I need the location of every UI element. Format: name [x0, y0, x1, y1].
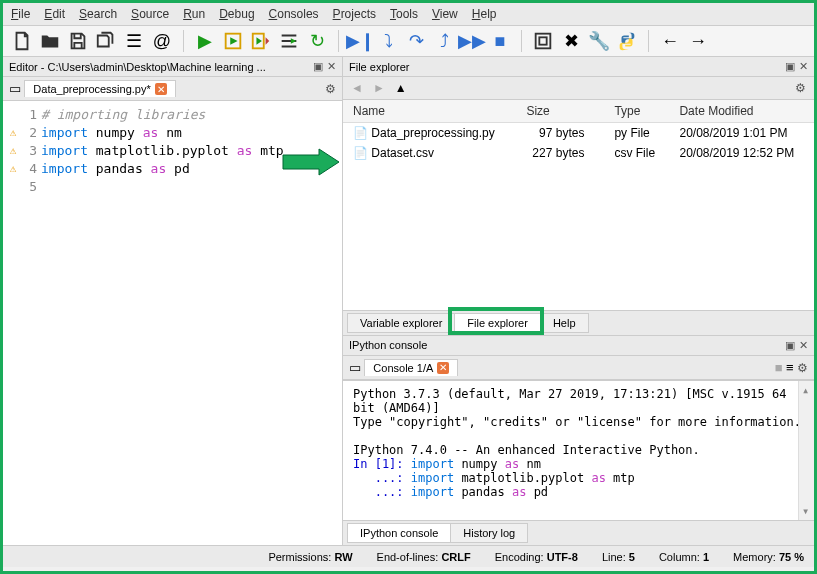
menu-search[interactable]: Search — [79, 7, 117, 21]
tools-icon[interactable]: ✖ — [560, 30, 582, 52]
browse-tabs-icon[interactable]: ▭ — [349, 360, 361, 375]
arrow-annotation — [281, 147, 341, 180]
menu-file[interactable]: File — [11, 7, 30, 21]
maximize-icon[interactable] — [532, 30, 554, 52]
table-row[interactable]: 📄 Data_preprocessing.py97 bytespy File20… — [343, 123, 814, 144]
editor-options-icon[interactable]: ⚙ — [325, 82, 336, 96]
console-tab[interactable]: Console 1/A ✕ — [364, 359, 458, 376]
menu-projects[interactable]: Projects — [333, 7, 376, 21]
file-table: NameSizeTypeDate Modified 📄 Data_preproc… — [343, 100, 814, 310]
file-options-icon[interactable]: ⚙ — [795, 81, 806, 95]
run-selection-icon[interactable] — [278, 30, 300, 52]
close-tab-icon[interactable]: ✕ — [155, 83, 167, 95]
perm-value: RW — [334, 551, 352, 563]
tab-file-explorer[interactable]: File explorer — [454, 313, 541, 333]
undock-icon[interactable]: ▣ — [785, 339, 795, 352]
svg-rect-2 — [536, 34, 551, 49]
editor-tab[interactable]: Data_preprocessing.py* ✕ — [24, 80, 175, 97]
close-pane-icon[interactable]: ✕ — [799, 339, 808, 352]
col-date-modified[interactable]: Date Modified — [669, 100, 814, 123]
step-over-icon[interactable]: ↷ — [405, 30, 427, 52]
col-name[interactable]: Name — [343, 100, 516, 123]
nav-up-icon[interactable]: ▲ — [395, 81, 407, 95]
main-toolbar: ☰ @ ▶ ↻ ▶❙ ⤵ ↷ ⤴ ▶▶ ■ ✖ 🔧 ← → — [3, 26, 814, 57]
file-explorer-tabs: Variable explorerFile explorerHelp — [343, 310, 814, 335]
file-explorer-title: File explorer — [349, 61, 410, 73]
save-all-icon[interactable] — [95, 30, 117, 52]
line-label: Line: — [602, 551, 626, 563]
scrollbar[interactable]: ▴ ▾ — [798, 381, 814, 521]
at-icon[interactable]: @ — [151, 30, 173, 52]
col-value: 1 — [703, 551, 709, 563]
col-type[interactable]: Type — [604, 100, 669, 123]
console-tab-label: Console 1/A — [373, 362, 433, 374]
editor-tab-label: Data_preprocessing.py* — [33, 83, 150, 95]
debug-continue-icon[interactable]: ▶❙ — [349, 30, 371, 52]
undock-icon[interactable]: ▣ — [785, 60, 795, 73]
perm-label: Permissions: — [268, 551, 331, 563]
close-pane-icon[interactable]: ✕ — [799, 60, 808, 73]
console-tabs: IPython consoleHistory log — [343, 520, 814, 545]
menu-tools[interactable]: Tools — [390, 7, 418, 21]
run-icon[interactable]: ▶ — [194, 30, 216, 52]
tab-ipython-console[interactable]: IPython console — [347, 523, 451, 543]
back-icon[interactable]: ← — [659, 30, 681, 52]
svg-rect-3 — [539, 37, 546, 44]
mem-label: Memory: — [733, 551, 776, 563]
browse-tabs-icon[interactable]: ▭ — [9, 81, 21, 96]
line-value: 5 — [629, 551, 635, 563]
stop-kernel-icon[interactable]: ■ — [775, 360, 783, 375]
tab-history-log[interactable]: History log — [450, 523, 528, 543]
nav-fwd-icon[interactable]: ► — [373, 81, 385, 95]
stop-icon[interactable]: ■ — [489, 30, 511, 52]
nav-back-icon[interactable]: ◄ — [351, 81, 363, 95]
menu-debug[interactable]: Debug — [219, 7, 254, 21]
rerun-icon[interactable]: ↻ — [306, 30, 328, 52]
menu-help[interactable]: Help — [472, 7, 497, 21]
tab-variable-explorer[interactable]: Variable explorer — [347, 313, 455, 333]
status-bar: Permissions: RW End-of-lines: CRLF Encod… — [3, 545, 814, 567]
step-into-icon[interactable]: ⤵ — [377, 30, 399, 52]
clear-icon[interactable]: ≡ — [786, 360, 794, 375]
menu-run[interactable]: Run — [183, 7, 205, 21]
close-tab-icon[interactable]: ✕ — [437, 362, 449, 374]
close-pane-icon[interactable]: ✕ — [327, 60, 336, 73]
python-icon[interactable] — [616, 30, 638, 52]
col-size[interactable]: Size — [516, 100, 604, 123]
forward-icon[interactable]: → — [687, 30, 709, 52]
code-editor[interactable]: 1# importing libraries⚠2import numpy as … — [3, 101, 342, 545]
open-folder-icon[interactable] — [39, 30, 61, 52]
save-icon[interactable] — [67, 30, 89, 52]
menu-bar: FileEditSearchSourceRunDebugConsolesProj… — [3, 3, 814, 26]
run-cell-icon[interactable] — [222, 30, 244, 52]
editor-pane: Editor - C:\Users\admin\Desktop\Machine … — [3, 57, 343, 545]
tab-help[interactable]: Help — [540, 313, 589, 333]
ipython-title: IPython console — [349, 339, 427, 351]
editor-pane-title: Editor - C:\Users\admin\Desktop\Machine … — [9, 61, 266, 73]
menu-view[interactable]: View — [432, 7, 458, 21]
menu-source[interactable]: Source — [131, 7, 169, 21]
console-options-icon[interactable]: ⚙ — [797, 361, 808, 375]
list-icon[interactable]: ☰ — [123, 30, 145, 52]
wrench-icon[interactable]: 🔧 — [588, 30, 610, 52]
table-row[interactable]: 📄 Dataset.csv227 bytescsv File20/08/2019… — [343, 143, 814, 163]
new-file-icon[interactable] — [11, 30, 33, 52]
eol-label: End-of-lines: — [377, 551, 439, 563]
run-cell-advance-icon[interactable] — [250, 30, 272, 52]
step-out-icon[interactable]: ⤴ — [433, 30, 455, 52]
menu-edit[interactable]: Edit — [44, 7, 65, 21]
console-output[interactable]: ▴ ▾ Python 3.7.3 (default, Mar 27 2019, … — [343, 380, 814, 521]
menu-consoles[interactable]: Consoles — [269, 7, 319, 21]
col-label: Column: — [659, 551, 700, 563]
undock-icon[interactable]: ▣ — [313, 60, 323, 73]
continue-icon[interactable]: ▶▶ — [461, 30, 483, 52]
eol-value: CRLF — [441, 551, 470, 563]
enc-label: Encoding: — [495, 551, 544, 563]
enc-value: UTF-8 — [547, 551, 578, 563]
mem-value: 75 % — [779, 551, 804, 563]
